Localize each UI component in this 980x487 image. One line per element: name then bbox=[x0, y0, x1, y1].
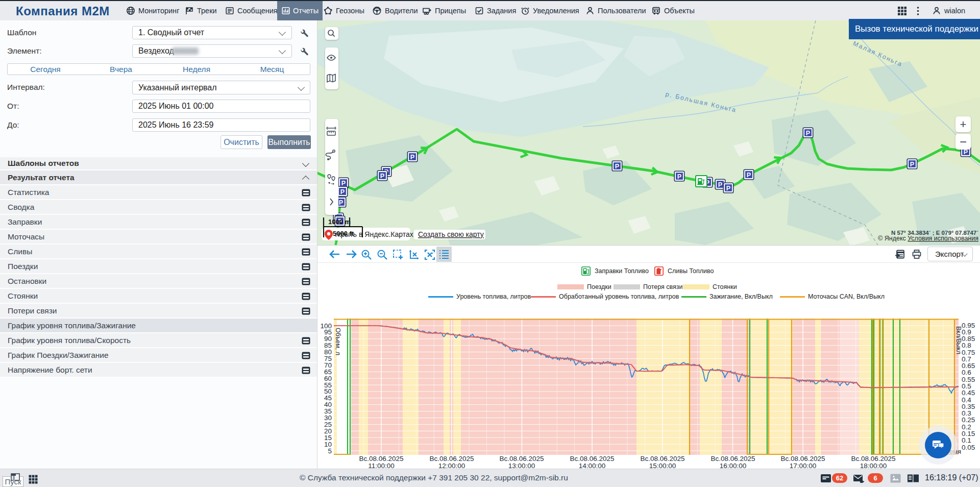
svg-text:P: P bbox=[747, 172, 751, 179]
svg-text:0.05: 0.05 bbox=[962, 444, 975, 451]
svg-text:P: P bbox=[339, 199, 343, 206]
svg-text:P: P bbox=[910, 161, 914, 168]
svg-text:P: P bbox=[726, 185, 730, 192]
svg-text:Вс.08.06.2025: Вс.08.06.2025 bbox=[710, 455, 755, 462]
svg-text:Вс.08.06.2025: Вс.08.06.2025 bbox=[780, 455, 825, 462]
svg-text:Вс.08.06.2025: Вс.08.06.2025 bbox=[851, 455, 895, 462]
svg-text:© Яндекс Условия использования: © Яндекс Условия использования bbox=[878, 235, 978, 242]
svg-text:Объем, л: Объем, л bbox=[334, 328, 341, 355]
svg-text:P: P bbox=[718, 181, 722, 188]
svg-text:P: P bbox=[806, 130, 810, 137]
svg-text:P: P bbox=[615, 163, 619, 170]
svg-text:Вс.08.06.2025: Вс.08.06.2025 bbox=[499, 455, 544, 462]
svg-text:5000 ft: 5000 ft bbox=[333, 230, 354, 237]
svg-text:P: P bbox=[341, 180, 346, 187]
svg-text:P: P bbox=[380, 173, 384, 180]
svg-text:P: P bbox=[677, 173, 681, 180]
svg-text:Вкл/Выкл: Вкл/Выкл bbox=[955, 326, 962, 354]
svg-text:1000 m: 1000 m bbox=[328, 218, 351, 226]
svg-text:Создать свою карту: Создать свою карту bbox=[418, 230, 484, 238]
svg-text:Вс.08.06.2025: Вс.08.06.2025 bbox=[429, 455, 474, 462]
svg-text:P: P bbox=[340, 188, 345, 196]
svg-text:Вс.08.06.2025: Вс.08.06.2025 bbox=[570, 455, 614, 462]
svg-text:P: P bbox=[410, 154, 414, 161]
svg-text:Вс.08.06.2025: Вс.08.06.2025 bbox=[640, 455, 684, 462]
svg-text:Вс.08.06.2025: Вс.08.06.2025 bbox=[359, 455, 403, 462]
svg-text:5: 5 bbox=[328, 447, 332, 455]
